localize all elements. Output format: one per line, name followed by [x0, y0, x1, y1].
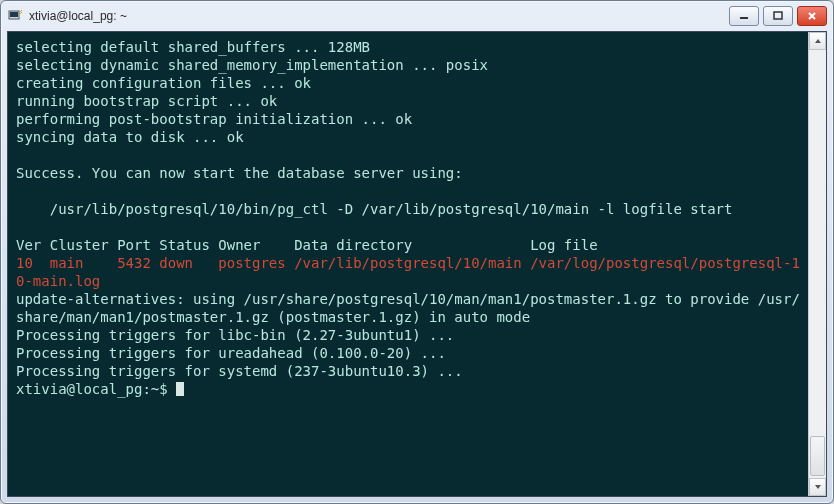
terminal-line: 10 main 5432 down postgres /var/lib/post…: [16, 254, 800, 290]
terminal-line: Processing triggers for systemd (237-3ub…: [16, 362, 800, 380]
terminal-prompt[interactable]: xtivia@local_pg:~$: [16, 380, 800, 398]
terminal-window: xtivia@local_pg: ~ selecting default sha…: [0, 0, 834, 504]
close-button[interactable]: [797, 6, 827, 26]
terminal-line: Success. You can now start the database …: [16, 164, 800, 182]
minimize-button[interactable]: [729, 6, 759, 26]
titlebar[interactable]: xtivia@local_pg: ~: [1, 1, 833, 31]
scroll-down-button[interactable]: [809, 478, 826, 496]
terminal-line: creating configuration files ... ok: [16, 74, 800, 92]
window-buttons: [729, 6, 827, 26]
terminal-line: [16, 218, 800, 236]
maximize-button[interactable]: [763, 6, 793, 26]
terminal-line: Processing triggers for ureadahead (0.10…: [16, 344, 800, 362]
putty-icon: [7, 8, 23, 24]
terminal-line: performing post-bootstrap initialization…: [16, 110, 800, 128]
terminal-line: update-alternatives: using /usr/share/po…: [16, 290, 800, 326]
terminal-line: [16, 146, 800, 164]
terminal-line: [16, 182, 800, 200]
terminal-line: selecting dynamic shared_memory_implemen…: [16, 56, 800, 74]
terminal-line: /usr/lib/postgresql/10/bin/pg_ctl -D /va…: [16, 200, 800, 218]
window-title: xtivia@local_pg: ~: [29, 9, 723, 23]
scroll-thumb[interactable]: [810, 436, 825, 476]
client-area: selecting default shared_buffers ... 128…: [7, 31, 827, 497]
svg-rect-3: [774, 12, 782, 19]
terminal-line: Ver Cluster Port Status Owner Data direc…: [16, 236, 800, 254]
scroll-track[interactable]: [809, 50, 826, 478]
terminal-output[interactable]: selecting default shared_buffers ... 128…: [8, 32, 808, 496]
terminal-line: selecting default shared_buffers ... 128…: [16, 38, 800, 56]
vertical-scrollbar[interactable]: [808, 32, 826, 496]
svg-rect-1: [10, 12, 18, 17]
terminal-line: Processing triggers for libc-bin (2.27-3…: [16, 326, 800, 344]
scroll-up-button[interactable]: [809, 32, 826, 50]
terminal-line: running bootstrap script ... ok: [16, 92, 800, 110]
terminal-line: syncing data to disk ... ok: [16, 128, 800, 146]
prompt-text: xtivia@local_pg:~$: [16, 381, 176, 397]
cursor: [176, 382, 184, 396]
